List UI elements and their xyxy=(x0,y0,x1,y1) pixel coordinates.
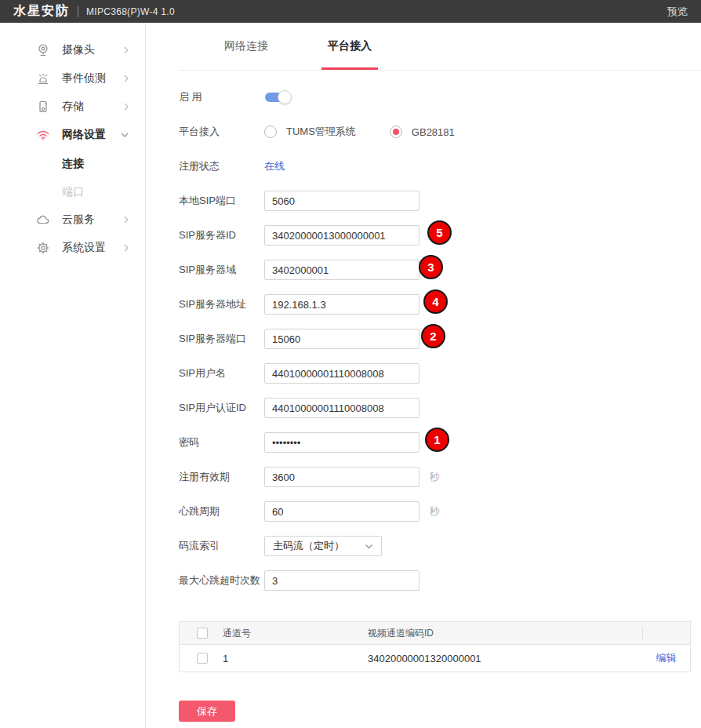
chevron-right-icon xyxy=(123,74,129,83)
register-status-row: 注册状态 在线 xyxy=(179,156,701,177)
brand-divider xyxy=(78,6,78,17)
sip-server-id-input[interactable] xyxy=(264,225,420,246)
enable-toggle[interactable] xyxy=(265,93,289,102)
stream-index-row: 码流索引 主码流（定时） xyxy=(179,536,701,556)
sip-auth-id-input[interactable] xyxy=(264,398,420,418)
radio-label: TUMS管理系统 xyxy=(286,125,356,139)
brand-logo: 水星安防 xyxy=(13,3,70,20)
sip-server-domain-input[interactable] xyxy=(264,260,420,280)
sip-server-id-row: SIP服务器ID 5 xyxy=(179,225,701,246)
sip-server-address-input[interactable] xyxy=(264,294,420,315)
field-label: 密码 xyxy=(179,435,264,450)
register-status-label: 注册状态 xyxy=(179,159,264,173)
radio-circle xyxy=(390,126,402,138)
column-header-channel: 通道号 xyxy=(223,627,368,640)
sidebar-subitem-port[interactable]: 端口 xyxy=(0,177,145,206)
field-label: SIP服务器地址 xyxy=(179,297,264,311)
field-label: 注册有效期 xyxy=(179,470,264,484)
sidebar-item-label: 摄像头 xyxy=(62,43,95,57)
register-status-value: 在线 xyxy=(264,159,285,173)
sidebar-item-label: 存储 xyxy=(62,100,84,114)
sidebar-item-label: 事件侦测 xyxy=(62,71,106,86)
chevron-down-icon xyxy=(365,544,373,549)
toggle-knob xyxy=(278,90,292,104)
max-heartbeat-timeout-row: 最大心跳超时次数 xyxy=(179,570,701,591)
sip-server-port-input[interactable] xyxy=(264,329,420,349)
sidebar-item-label: 网络设置 xyxy=(62,128,106,142)
max-heartbeat-timeout-input[interactable] xyxy=(264,570,420,591)
heartbeat-period-input[interactable] xyxy=(264,501,420,522)
platform-type-row: 平台接入 TUMS管理系统 GB28181 xyxy=(179,122,701,142)
field-label: SIP用户名 xyxy=(179,366,264,380)
field-label: 码流索引 xyxy=(179,539,264,553)
radio-circle xyxy=(264,126,277,138)
annotation-badge-5: 5 xyxy=(427,220,452,245)
channel-table: 通道号 视频通道编码ID 1 34020000001320000001 编辑 xyxy=(179,621,691,672)
camera-icon xyxy=(36,43,50,57)
wifi-icon xyxy=(36,128,50,142)
radio-tums[interactable]: TUMS管理系统 xyxy=(264,125,356,139)
sip-username-input[interactable] xyxy=(264,363,420,384)
sidebar-item-system-settings[interactable]: 系统设置 xyxy=(0,234,145,262)
device-model: MIPC368(P)W-4 1.0 xyxy=(86,6,175,17)
gear-icon xyxy=(36,241,50,255)
register-validity-input[interactable] xyxy=(264,467,420,487)
tab-platform-access[interactable]: 平台接入 xyxy=(325,39,374,53)
save-button[interactable]: 保存 xyxy=(179,701,235,722)
chevron-right-icon xyxy=(123,243,129,253)
sidebar-subitem-connection[interactable]: 连接 xyxy=(0,149,145,177)
password-row: 密码 1 xyxy=(179,432,701,453)
radio-label: GB28181 xyxy=(412,126,455,138)
storage-icon xyxy=(36,100,50,114)
seconds-unit: 秒 xyxy=(430,504,440,519)
annotation-badge-2: 2 xyxy=(421,324,445,348)
annotation-badge-4: 4 xyxy=(423,289,448,314)
platform-access-form: 启 用 平台接入 TUMS管理系统 GB28181 注册状态 在线 xyxy=(179,71,701,722)
sip-server-port-row: SIP服务器端口 2 xyxy=(179,329,701,349)
stream-index-value: 主码流（定时） xyxy=(273,539,344,553)
sidebar: 摄像头 事件侦测 存储 网络设置 xyxy=(0,23,146,728)
field-label: 心跳周期 xyxy=(179,504,264,519)
password-input[interactable] xyxy=(264,432,420,453)
field-label: SIP服务器ID xyxy=(179,228,264,242)
column-header-actions xyxy=(642,622,690,644)
sip-auth-id-row: SIP用户认证ID xyxy=(179,398,701,418)
field-label: SIP服务器端口 xyxy=(179,332,264,346)
field-label: SIP服务器域 xyxy=(179,263,264,277)
platform-type-label: 平台接入 xyxy=(179,125,264,139)
enable-row: 启 用 xyxy=(179,87,701,107)
register-validity-row: 注册有效期 秒 xyxy=(179,467,701,487)
column-header-encode-id: 视频通道编码ID xyxy=(368,627,642,640)
local-sip-port-input[interactable] xyxy=(264,191,420,211)
sidebar-item-storage[interactable]: 存储 xyxy=(0,93,145,121)
sidebar-item-network-settings[interactable]: 网络设置 xyxy=(0,121,145,149)
sidebar-item-label: 云服务 xyxy=(62,213,95,227)
tab-bar: 网络连接 平台接入 xyxy=(179,23,701,71)
sidebar-item-camera[interactable]: 摄像头 xyxy=(0,36,145,64)
sip-server-domain-row: SIP服务器域 3 xyxy=(179,260,701,280)
preview-link[interactable]: 预览 xyxy=(667,5,688,19)
seconds-unit: 秒 xyxy=(430,470,440,484)
table-row: 1 34020000001320000001 编辑 xyxy=(180,645,690,672)
stream-index-select[interactable]: 主码流（定时） xyxy=(264,536,382,556)
alarm-icon xyxy=(36,71,50,86)
chevron-down-icon xyxy=(120,132,129,138)
encode-id-cell: 34020000001320000001 xyxy=(368,653,642,664)
sidebar-item-event-detection[interactable]: 事件侦测 xyxy=(0,64,145,93)
topbar: 水星安防 MIPC368(P)W-4 1.0 预览 xyxy=(0,0,701,23)
sip-username-row: SIP用户名 xyxy=(179,363,701,384)
sip-server-address-row: SIP服务器地址 4 xyxy=(179,294,701,315)
field-label: 最大心跳超时次数 xyxy=(179,573,264,588)
field-label: 本地SIP端口 xyxy=(179,194,264,208)
sidebar-item-label: 系统设置 xyxy=(62,241,106,255)
row-checkbox[interactable] xyxy=(197,653,208,664)
heartbeat-period-row: 心跳周期 秒 xyxy=(179,501,701,522)
select-all-checkbox[interactable] xyxy=(197,628,208,639)
chevron-right-icon xyxy=(123,46,129,55)
tab-network-connection[interactable]: 网络连接 xyxy=(222,39,271,53)
field-label: SIP用户认证ID xyxy=(179,401,264,415)
radio-gb28181[interactable]: GB28181 xyxy=(390,126,455,138)
edit-link[interactable]: 编辑 xyxy=(656,651,677,665)
sidebar-item-cloud-service[interactable]: 云服务 xyxy=(0,206,145,234)
annotation-badge-3: 3 xyxy=(419,255,443,279)
